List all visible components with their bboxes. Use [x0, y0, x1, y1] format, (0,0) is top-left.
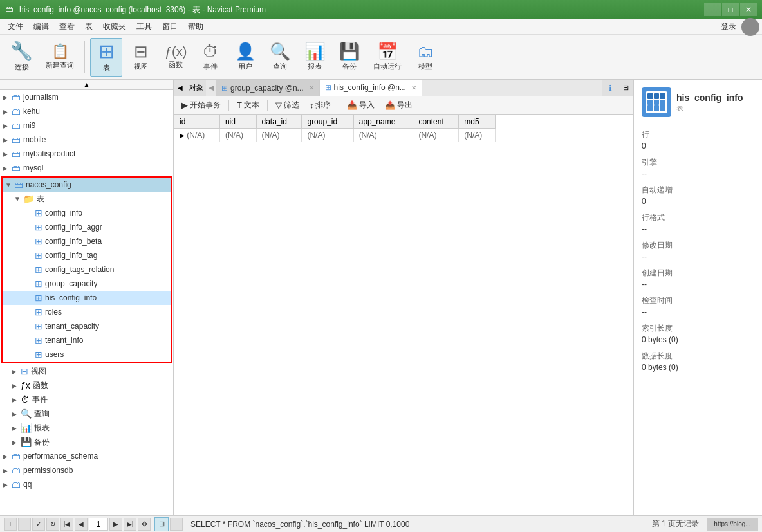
- add-row-btn[interactable]: +: [4, 518, 17, 531]
- sidebar-table-his-config-info[interactable]: ⊞ his_config_info: [3, 291, 171, 305]
- login-button[interactable]: 登录: [721, 21, 736, 32]
- sidebar-item-kehu[interactable]: ▶ 🗃 kehu: [0, 104, 173, 118]
- col-header-content[interactable]: content: [413, 115, 459, 129]
- sidebar-table-config-info-aggr[interactable]: ⊞ config_info_aggr: [3, 220, 171, 234]
- tab-group-capacity[interactable]: ⊞ group_capacity @n... ✕: [216, 80, 320, 96]
- next-last-btn[interactable]: ▶|: [124, 518, 136, 531]
- col-header-group-id[interactable]: group_id: [302, 115, 353, 129]
- sort-btn[interactable]: ↕ 排序: [306, 98, 335, 112]
- sidebar-table-tenant-info[interactable]: ⊞ tenant_info: [3, 333, 171, 347]
- sidebar-table-config-tags-relation[interactable]: ⊞ config_tags_relation: [3, 262, 171, 277]
- sidebar-table-group-capacity[interactable]: ⊞ group_capacity: [3, 277, 171, 291]
- toggle-nacos-config: ▼: [5, 181, 14, 188]
- label-backup-folder: 备份: [34, 437, 50, 448]
- toolbar-schedule[interactable]: 📅 自动运行: [368, 38, 407, 77]
- grid-view-btn[interactable]: ⊞: [154, 517, 169, 531]
- table-icon-config-info-tag: ⊞: [35, 250, 42, 261]
- sidebar-item-journalism[interactable]: ▶ 🗃 journalism: [0, 90, 173, 104]
- menu-help[interactable]: 帮助: [183, 20, 209, 33]
- tab-grid-button[interactable]: ⊟: [618, 80, 633, 96]
- menu-window[interactable]: 窗口: [157, 20, 183, 33]
- sidebar-folder-query[interactable]: ▶ 🔍 查询: [0, 407, 173, 421]
- menu-bar: 文件 编辑 查看 表 收藏夹 工具 窗口 帮助 登录: [0, 19, 762, 35]
- col-header-nid[interactable]: nid: [219, 115, 256, 129]
- tab-scroll-left[interactable]: ◀: [174, 80, 187, 96]
- sidebar-item-performance-schema[interactable]: ▶ 🗃 performance_schema: [0, 449, 173, 463]
- db-icon-permissionsdb: 🗃: [12, 465, 21, 475]
- page-number-input[interactable]: [89, 518, 108, 531]
- sidebar-folder-function[interactable]: ▶ ƒx 函数: [0, 378, 173, 392]
- toolbar-model[interactable]: 🗂 模型: [409, 38, 441, 77]
- prev-first-btn[interactable]: |◀: [60, 518, 73, 531]
- menu-edit[interactable]: 编辑: [28, 20, 54, 33]
- sidebar-item-mobile[interactable]: ▶ 🗃 mobile: [0, 133, 173, 147]
- label-performance-schema: performance_schema: [23, 452, 98, 461]
- toolbar-query[interactable]: 🔍 查询: [264, 38, 296, 77]
- prev-btn[interactable]: ◀: [75, 518, 88, 531]
- sidebar-item-permissionsdb[interactable]: ▶ 🗃 permissionsdb: [0, 463, 173, 477]
- menu-table[interactable]: 表: [80, 20, 98, 33]
- sidebar-folder-report[interactable]: ▶ 📊 报表: [0, 421, 173, 435]
- tab-close-his-config-info[interactable]: ✕: [411, 84, 416, 91]
- toolbar-connect[interactable]: 🔧 连接: [5, 38, 38, 77]
- sidebar-item-mysql[interactable]: ▶ 🗃 mysql: [0, 161, 173, 175]
- delete-row-btn[interactable]: −: [18, 518, 31, 531]
- text-btn[interactable]: T 文本: [233, 98, 263, 112]
- sidebar-scroll-up[interactable]: ▲: [0, 80, 173, 90]
- sidebar-folder-table[interactable]: ▼ 📁 表: [3, 192, 171, 206]
- maximize-button[interactable]: □: [722, 3, 739, 16]
- main-toolbar: 🔧 连接 📋 新建查询 ⊞ 表 ⊟ 视图 ƒ(x) 函数 ⏱ 事件 👤 用户 🔍…: [0, 35, 762, 80]
- import-btn[interactable]: 📥 导入: [343, 98, 378, 112]
- toggle-view-folder: ▶: [12, 368, 21, 375]
- minimize-button[interactable]: —: [704, 3, 721, 16]
- toolbar-new-query[interactable]: 📋 新建查询: [41, 38, 79, 77]
- toolbar-user[interactable]: 👤 用户: [229, 38, 261, 77]
- list-view-btn[interactable]: ☰: [170, 518, 183, 531]
- tab-close-group-capacity[interactable]: ✕: [309, 84, 314, 91]
- check-btn[interactable]: ✓: [32, 518, 45, 531]
- toggle-kehu: ▶: [3, 108, 12, 115]
- prop-label-check-time: 检查时间: [642, 295, 754, 306]
- menu-view[interactable]: 查看: [54, 20, 80, 33]
- prop-label-rows: 行: [642, 129, 754, 140]
- menu-favorites[interactable]: 收藏夹: [98, 20, 131, 33]
- sidebar-table-config-info-beta[interactable]: ⊞ config_info_beta: [3, 234, 171, 248]
- close-button[interactable]: ✕: [740, 3, 757, 16]
- menu-tools[interactable]: 工具: [131, 20, 157, 33]
- sidebar-item-mybatisproduct[interactable]: ▶ 🗃 mybatisproduct: [0, 147, 173, 161]
- tab-his-config-info[interactable]: ⊞ his_config_info @n... ✕: [320, 80, 422, 96]
- sidebar-table-roles[interactable]: ⊞ roles: [3, 305, 171, 319]
- sidebar-item-qq[interactable]: ▶ 🗃 qq: [0, 477, 173, 491]
- sidebar-table-tenant-capacity[interactable]: ⊞ tenant_capacity: [3, 319, 171, 333]
- toolbar-table[interactable]: ⊞ 表: [90, 38, 122, 77]
- menu-file[interactable]: 文件: [3, 20, 28, 33]
- sidebar-item-mi9[interactable]: ▶ 🗃 mi9: [0, 118, 173, 133]
- tab-info-button[interactable]: ℹ: [602, 80, 618, 96]
- settings-btn[interactable]: ⚙: [138, 518, 151, 531]
- toolbar-backup[interactable]: 💾 备份: [333, 38, 366, 77]
- col-header-app-name[interactable]: app_name: [353, 115, 413, 129]
- sidebar-folder-backup[interactable]: ▶ 💾 备份: [0, 435, 173, 449]
- table-icon-cell-8: [654, 105, 660, 111]
- sidebar-table-config-info[interactable]: ⊞ config_info: [3, 206, 171, 220]
- filter-btn[interactable]: ▽ 筛选: [272, 98, 303, 112]
- function-icon: ƒ(x): [165, 45, 187, 58]
- toolbar-event[interactable]: ⏱ 事件: [194, 38, 227, 77]
- toolbar-view[interactable]: ⊟ 视图: [125, 38, 157, 77]
- sidebar-table-users[interactable]: ⊞ users: [3, 347, 171, 362]
- col-header-id[interactable]: id: [174, 115, 220, 129]
- cell-nid: (N/A): [219, 129, 256, 142]
- export-btn[interactable]: 📤 导出: [381, 98, 416, 112]
- col-header-data-id[interactable]: data_id: [256, 115, 302, 129]
- toolbar-report[interactable]: 📊 报表: [299, 38, 331, 77]
- begin-transaction-btn[interactable]: ▶ 开始事务: [178, 98, 225, 112]
- col-header-md5[interactable]: md5: [459, 115, 496, 129]
- sidebar-table-config-info-tag[interactable]: ⊞ config_info_tag: [3, 248, 171, 262]
- tab-object-btn[interactable]: 对象: [187, 80, 206, 96]
- toolbar-function[interactable]: ƒ(x) 函数: [160, 38, 192, 77]
- sidebar-item-nacos-config[interactable]: ▼ 🗃 nacos_config: [3, 178, 171, 192]
- refresh-btn[interactable]: ↻: [46, 518, 59, 531]
- sidebar-folder-event[interactable]: ▶ ⏱ 事件: [0, 392, 173, 407]
- next-btn[interactable]: ▶: [109, 518, 122, 531]
- sidebar-folder-view[interactable]: ▶ ⊟ 视图: [0, 364, 173, 378]
